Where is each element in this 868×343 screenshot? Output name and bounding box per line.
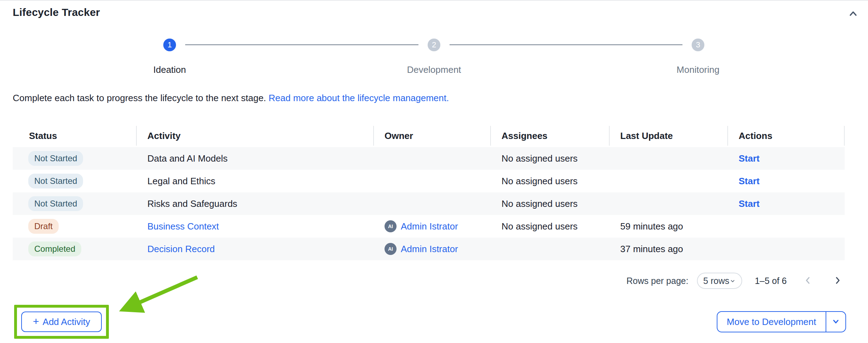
previous-page-button[interactable] — [801, 274, 815, 288]
activity-text: Risks and Safeguards — [147, 198, 237, 209]
activity-link[interactable]: Decision Record — [147, 244, 215, 255]
stage-description: Complete each task to progress the lifec… — [13, 93, 449, 104]
start-action-link[interactable]: Start — [739, 176, 760, 187]
activities-table: Status Activity Owner Assignees Last Upd… — [13, 124, 845, 260]
lifecycle-stepper: 1Ideation2Development3Monitoring — [0, 0, 868, 85]
cell-status: Completed — [13, 242, 137, 257]
avatar: AI — [385, 220, 397, 232]
cell-status: Not Started — [13, 174, 137, 189]
table-row: Not StartedLegal and EthicsNo assigned u… — [13, 170, 845, 192]
assignees-text: No assigned users — [502, 153, 577, 164]
cell-assignees: No assigned users — [491, 198, 610, 209]
cell-actions: Start — [728, 198, 845, 209]
table-row: Not StartedData and AI ModelsNo assigned… — [13, 147, 845, 170]
pagination-bar: Rows per page: 5 rows 1–5 of 6 — [627, 272, 845, 289]
stepper-connector — [450, 44, 682, 45]
table-row: DraftBusiness ContextAIAdmin IstratorNo … — [13, 215, 845, 238]
owner-link[interactable]: Admin Istrator — [401, 221, 458, 232]
cell-activity: Data and AI Models — [137, 153, 374, 164]
status-badge: Draft — [28, 219, 59, 234]
table-body: Not StartedData and AI ModelsNo assigned… — [13, 147, 845, 260]
step-circle-monitoring: 3 — [692, 39, 704, 51]
avatar: AI — [385, 243, 397, 255]
chevron-right-icon — [833, 276, 842, 286]
column-header-status: Status — [13, 126, 137, 146]
annotation-arrow — [106, 272, 205, 321]
activity-link[interactable]: Business Context — [147, 221, 219, 232]
cell-status: Not Started — [13, 151, 137, 166]
cell-assignees: No assigned users — [491, 221, 610, 232]
owner-link[interactable]: Admin Istrator — [401, 244, 458, 255]
read-more-link[interactable]: Read more about the lifecycle management… — [269, 93, 449, 103]
status-badge: Not Started — [28, 151, 83, 166]
cell-activity: Decision Record — [137, 244, 374, 255]
move-options-dropdown-button[interactable] — [826, 312, 845, 332]
move-to-development-button[interactable]: Move to Development — [717, 312, 826, 332]
cell-activity: Legal and Ethics — [137, 176, 374, 187]
column-header-actions: Actions — [728, 126, 845, 146]
pagination-range: 1–5 of 6 — [755, 276, 787, 286]
column-header-activity: Activity — [137, 126, 374, 146]
assignees-text: No assigned users — [502, 198, 577, 209]
rows-per-page-value: 5 rows — [703, 276, 729, 286]
cell-last-update: 59 minutes ago — [610, 221, 728, 232]
chevron-down-icon — [730, 276, 735, 286]
cell-actions: Start — [728, 153, 845, 164]
activity-text: Legal and Ethics — [147, 176, 215, 187]
step-circle-ideation: 1 — [163, 39, 176, 51]
cell-assignees: No assigned users — [491, 176, 610, 187]
stepper-connector — [185, 44, 418, 45]
cell-activity: Business Context — [137, 221, 374, 232]
last-update-text: 59 minutes ago — [620, 221, 683, 232]
column-header-assignees: Assignees — [491, 126, 610, 146]
next-page-button[interactable] — [831, 274, 845, 288]
column-header-last-update: Last Update — [610, 126, 728, 146]
move-stage-split-button: Move to Development — [717, 311, 846, 332]
add-activity-button[interactable]: + Add Activity — [21, 312, 102, 332]
status-badge: Not Started — [28, 174, 83, 189]
column-header-owner: Owner — [374, 126, 491, 146]
table-row: CompletedDecision RecordAIAdmin Istrator… — [13, 238, 845, 260]
assignees-text: No assigned users — [502, 176, 577, 187]
start-action-link[interactable]: Start — [739, 198, 760, 209]
table-header-row: Status Activity Owner Assignees Last Upd… — [13, 124, 845, 147]
step-label-development: Development — [363, 64, 505, 75]
last-update-text: 37 minutes ago — [620, 244, 683, 255]
cell-actions: Start — [728, 176, 845, 187]
plus-icon: + — [33, 316, 39, 327]
rows-per-page-select[interactable]: 5 rows — [697, 273, 742, 289]
cell-activity: Risks and Safeguards — [137, 198, 374, 209]
add-activity-label: Add Activity — [43, 316, 90, 327]
description-text: Complete each task to progress the lifec… — [13, 93, 269, 103]
status-badge: Completed — [28, 242, 81, 257]
activity-text: Data and AI Models — [147, 153, 228, 164]
cell-status: Draft — [13, 219, 137, 234]
chevron-down-icon — [831, 317, 840, 327]
status-badge: Not Started — [28, 196, 83, 211]
cell-assignees: No assigned users — [491, 153, 610, 164]
step-label-ideation: Ideation — [99, 64, 240, 75]
rows-per-page-label: Rows per page: — [627, 276, 688, 286]
start-action-link[interactable]: Start — [739, 153, 760, 164]
assignees-text: No assigned users — [502, 221, 577, 232]
table-row: Not StartedRisks and SafeguardsNo assign… — [13, 192, 845, 215]
step-circle-development: 2 — [428, 39, 440, 51]
cell-owner: AIAdmin Istrator — [374, 220, 491, 232]
step-label-monitoring: Monitoring — [627, 64, 769, 75]
cell-owner: AIAdmin Istrator — [374, 243, 491, 255]
cell-status: Not Started — [13, 196, 137, 211]
chevron-left-icon — [803, 276, 813, 286]
cell-last-update: 37 minutes ago — [610, 244, 728, 255]
